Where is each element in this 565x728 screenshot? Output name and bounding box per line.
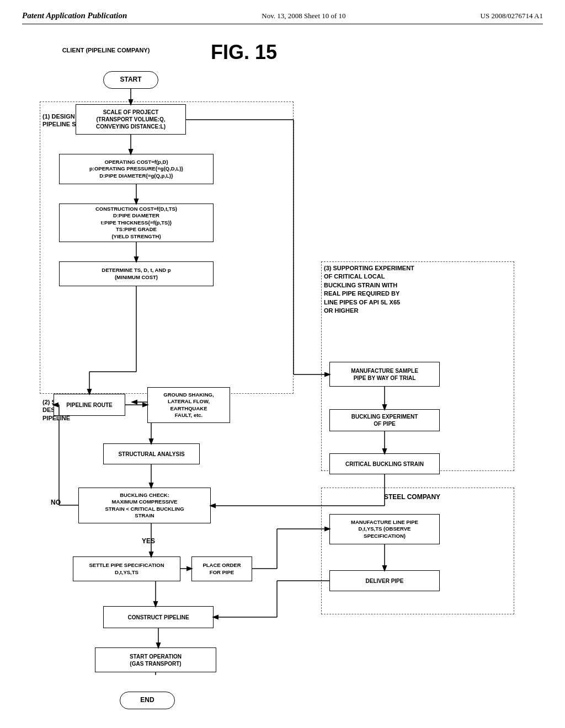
pipeline-route-box: PIPELINE ROUTE [54,394,125,416]
date-sheet-label: Nov. 13, 2008 Sheet 10 of 10 [262,12,345,20]
start-box: START [103,71,158,89]
region-steel-company [321,488,514,614]
operating-cost-box: OPERATING COST=f(p,D) p:OPERATING PRESSU… [59,154,214,184]
determine-box: DETERMINE TS, D, t, AND p (MINIMUM COST) [59,261,214,286]
structural-analysis-box: STRUCTURAL ANALYSIS [103,443,200,464]
client-label: CLIENT (PIPELINE COMPANY) [51,46,161,54]
construct-pipeline-box: CONSTRUCT PIPELINE [103,606,214,628]
buckling-check-box: BUCKLING CHECK: MAXIMUM COMPRESSIVE STRA… [78,488,211,523]
steel-company-label: STEEL COMPANY [343,493,481,502]
header: Patent Application Publication Nov. 13, … [22,11,543,24]
region3-label: (3) SUPPORTING EXPERIMENTOF CRITICAL LOC… [324,264,509,315]
yes-label: YES [142,537,155,546]
manufacture-sample-box: MANUFACTURE SAMPLE PIPE BY WAY OF TRIAL [329,362,440,387]
manufacture-line-box: MANUFACTURE LINE PIPE D,t,YS,TS (OBSERVE… [329,514,440,544]
figure-label: FIG. 15 [211,41,277,64]
page: Patent Application Publication Nov. 13, … [0,0,565,728]
construction-cost-box: CONSTRUCTION COST=f(D,t,TS) D:PIPE DIAME… [59,204,214,242]
start-operation-box: START OPERATION (GAS TRANSPORT) [95,647,216,672]
critical-buckling-box: CRITICAL BUCKLING STRAIN [329,453,440,474]
region-pipeline-design [40,101,294,394]
ground-shaking-box: GROUND SHAKING, LATERAL FLOW, EARTHQUAKE… [147,387,230,423]
buckling-experiment-box: BUCKLING EXPERIMENT OF PIPE [329,409,440,431]
scale-box: SCALE OF PROJECT (TRANSPORT VOLUME:Q, CO… [76,104,186,135]
place-order-box: PLACE ORDER FOR PIPE [191,556,252,581]
patent-number-label: US 2008/0276714 A1 [481,12,543,20]
diagram: FIG. 15 CLIENT (PIPELINE COMPANY) (1) DE… [23,41,542,675]
no-label: NO [51,499,61,507]
deliver-pipe-box: DELIVER PIPE [329,570,440,591]
settle-pipe-box: SETTLE PIPE SPECIFICATION D,t,YS,TS [73,556,180,581]
end-box: END [120,692,175,709]
publication-label: Patent Application Publication [22,11,127,20]
